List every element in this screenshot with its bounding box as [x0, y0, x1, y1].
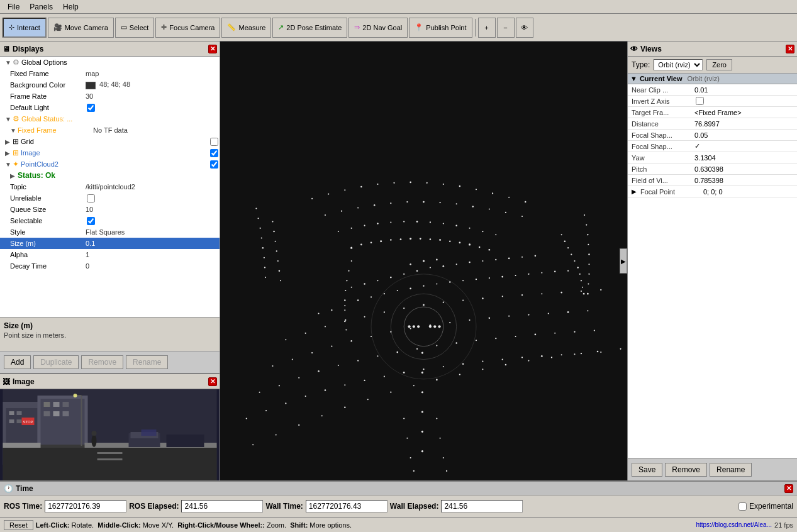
views-remove-button[interactable]: Remove	[665, 463, 707, 477]
global-options-item[interactable]: ▼ ⚙ Global Options	[0, 57, 220, 68]
pc2-selectable-item[interactable]: Selectable	[0, 215, 220, 226]
svg-point-95	[410, 328, 411, 329]
svg-point-189	[357, 207, 359, 208]
default-light-item[interactable]: Default Light	[0, 102, 220, 113]
grid-checkbox[interactable]	[210, 138, 218, 146]
select-button[interactable]: ▭ Select	[115, 18, 155, 38]
remove-icon-button[interactable]: −	[497, 18, 515, 38]
views-close-button[interactable]: ✕	[786, 45, 794, 53]
image-item[interactable]: ▶ ⊞ Image	[0, 147, 220, 158]
svg-point-174	[338, 231, 339, 232]
rename-button[interactable]: Rename	[126, 355, 168, 369]
focal-shape1-row[interactable]: Focal Shap... 0.05	[628, 130, 797, 141]
pc2-alpha-item[interactable]: Alpha 1	[0, 249, 220, 260]
add-icon-button[interactable]: +	[478, 18, 496, 38]
pc2-decay-item[interactable]: Decay Time 0	[0, 260, 220, 272]
views-rename-button[interactable]: Rename	[710, 463, 752, 477]
focal-point-row[interactable]: ▶ Focal Point 0; 0; 0	[628, 186, 797, 197]
svg-point-51	[318, 313, 319, 314]
ros-elapsed-input[interactable]	[181, 500, 263, 513]
bg-color-label: Background Color	[10, 81, 86, 89]
remove-button[interactable]: Remove	[81, 355, 123, 369]
svg-point-109	[338, 365, 339, 366]
view-icon-button[interactable]: 👁	[516, 18, 533, 38]
wall-time-input[interactable]	[306, 500, 387, 513]
image-label: Image	[21, 149, 96, 157]
svg-point-233	[482, 369, 483, 370]
target-frame-row[interactable]: Target Fra... <Fixed Frame>	[628, 107, 797, 118]
views-title: 👁 Views	[630, 45, 662, 53]
ros-time-input[interactable]	[45, 500, 126, 513]
views-save-button[interactable]: Save	[632, 463, 662, 477]
add-button[interactable]: Add	[4, 355, 31, 369]
move-camera-button[interactable]: 🎥 Move Camera	[48, 18, 114, 38]
svg-point-228	[367, 399, 369, 400]
default-light-checkbox[interactable]	[87, 104, 95, 112]
experimental-checkbox[interactable]	[738, 502, 747, 511]
focus-camera-button[interactable]: ✛ Focus Camera	[155, 18, 220, 38]
svg-point-130	[384, 376, 385, 377]
current-view-header[interactable]: ▼ Current View Orbit (rviz)	[628, 74, 797, 84]
pitch-value: 0.630398	[694, 165, 793, 173]
fixed-frame-item[interactable]: Fixed Frame map	[0, 68, 220, 79]
grid-item[interactable]: ▶ ⊞ Grid	[0, 136, 220, 147]
pitch-row[interactable]: Pitch 0.630398	[628, 163, 797, 175]
wall-elapsed-input[interactable]	[441, 500, 523, 513]
svg-point-145	[571, 253, 572, 255]
duplicate-button[interactable]: Duplicate	[33, 355, 79, 369]
publish-point-button[interactable]: 📍 Publish Point	[409, 18, 472, 38]
zero-button[interactable]: Zero	[706, 59, 732, 70]
pc2-checkbox[interactable]	[210, 160, 218, 169]
main-viewport[interactable]: ▶	[220, 42, 627, 480]
nav-goal-button[interactable]: ⇒ 2D Nav Goal	[348, 18, 408, 38]
pc2-queue-item[interactable]: Queue Size 10	[0, 204, 220, 215]
pc2-size-item[interactable]: Size (m) 0.1	[0, 238, 220, 249]
fov-row[interactable]: Field of Vi... 0.785398	[628, 175, 797, 186]
gs-fixed-frame-item[interactable]: ▼ Fixed Frame No TF data	[0, 125, 220, 136]
timebar-close[interactable]: ✕	[784, 484, 793, 493]
svg-point-52	[331, 309, 332, 311]
invert-z-row[interactable]: Invert Z Axis	[628, 96, 797, 107]
bg-color-item[interactable]: Background Color 48; 48; 48	[0, 79, 220, 91]
svg-point-219	[417, 325, 420, 328]
timebar: 🕐 Time ✕ ROS Time: ROS Elapsed: Wall Tim…	[0, 480, 797, 517]
svg-point-247	[588, 283, 589, 284]
pc2-selectable-checkbox[interactable]	[87, 217, 95, 225]
distance-row[interactable]: Distance 76.8997	[628, 118, 797, 130]
invert-z-checkbox[interactable]	[696, 97, 704, 105]
interact-button[interactable]: ⊹ Interact	[3, 18, 47, 38]
image-panel-close[interactable]: ✕	[208, 377, 217, 386]
pointcloud2-item[interactable]: ▼ ✦ PointCloud2	[0, 158, 220, 170]
menu-help[interactable]: Help	[58, 1, 84, 13]
reset-button[interactable]: Reset	[4, 520, 33, 530]
gs-fixed-expand: ▼	[10, 127, 18, 134]
views-type-select[interactable]: Orbit (rviz)	[654, 59, 703, 70]
viewport-arrow[interactable]: ▶	[620, 248, 627, 274]
pc2-topic-item[interactable]: Topic /kitti/pointcloud2	[0, 181, 220, 192]
pc2-status-item[interactable]: ▶ Status: Ok	[0, 170, 220, 181]
menu-panels[interactable]: Panels	[25, 1, 58, 13]
pc2-style-item[interactable]: Style Flat Squares	[0, 226, 220, 238]
svg-point-239	[620, 348, 621, 350]
description-area: Size (m) Point size in meters.	[0, 317, 220, 352]
focal-shape2-row[interactable]: Focal Shap... ✓	[628, 141, 797, 152]
near-clip-row[interactable]: Near Clip ... 0.01	[628, 84, 797, 96]
svg-point-105	[259, 392, 260, 393]
measure-button[interactable]: 📏 Measure	[221, 18, 271, 38]
views-panel-header: 👁 Views ✕	[628, 42, 797, 57]
pc2-unreliable-checkbox[interactable]	[87, 194, 95, 202]
svg-point-229	[390, 392, 391, 393]
frame-rate-item[interactable]: Frame Rate 30	[0, 91, 220, 102]
pose-icon: ↗	[278, 23, 284, 31]
statusbar-link[interactable]: https://blog.csdn.net/Alea...	[696, 521, 772, 528]
menu-file[interactable]: File	[3, 1, 25, 13]
svg-point-185	[482, 231, 483, 232]
image-checkbox[interactable]	[210, 149, 218, 157]
pose-estimate-button[interactable]: ↗ 2D Pose Estimate	[272, 18, 347, 38]
yaw-row[interactable]: Yaw 3.1304	[628, 152, 797, 163]
svg-point-34	[410, 263, 411, 265]
pc2-unreliable-item[interactable]: Unreliable	[0, 192, 220, 204]
svg-point-154	[275, 241, 276, 242]
displays-close-button[interactable]: ✕	[208, 45, 217, 53]
global-status-item[interactable]: ▼ ⚙ Global Status: ...	[0, 113, 220, 125]
